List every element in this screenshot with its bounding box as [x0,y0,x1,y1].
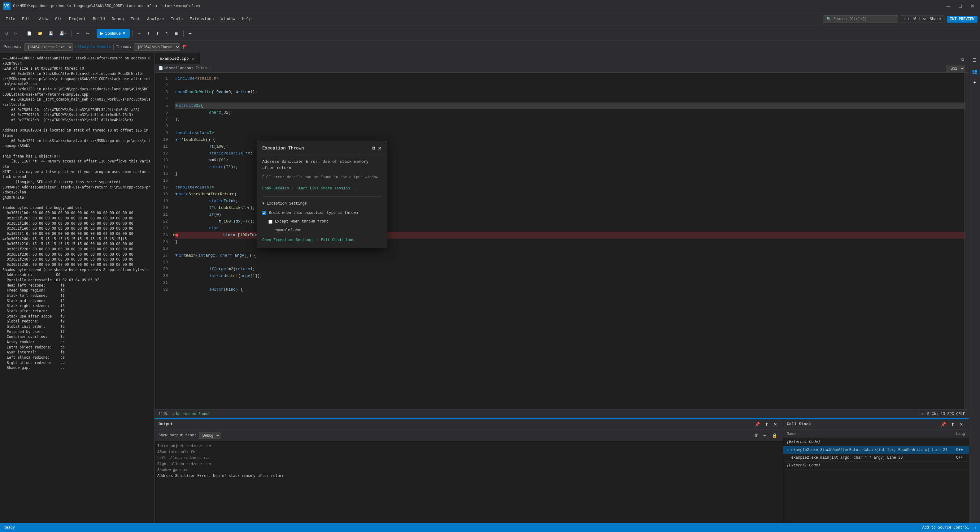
exception-title: Exception Thrown [262,145,304,152]
terminal-output: ==13464==ERROR: AddressSanitizer: stack-… [3,56,152,370]
break-checkbox-label: Break when this exception type is thrown [269,210,358,216]
code-line-5: ▼struct S32 { [175,102,964,109]
menu-item-view[interactable]: View [35,15,51,23]
live-share-session-link[interactable]: Start Live Share session... [296,185,356,192]
edit-conditions-link[interactable]: Edit Conditions [321,237,354,243]
nav-back-btn[interactable]: ◁ [3,29,10,38]
break-checkbox[interactable] [262,211,266,215]
frame-arrow: ◈ [787,448,791,452]
save-btn[interactable]: 💾 [46,29,56,38]
code-line-32: switch(kind) { [175,286,964,293]
code-line-31 [175,279,964,286]
close-btn[interactable]: ✕ [968,2,977,11]
maximize-btn[interactable]: □ [956,2,964,11]
redo-btn[interactable]: ↪ [83,29,91,38]
stop-btn[interactable]: ⏹ [172,29,181,38]
callstack-row-0[interactable]: [External Code] [783,438,969,446]
menu-item-edit[interactable]: Edit [19,15,35,23]
code-line-3: enum ReadOrWrite { Read = 0, Write = 1 }… [175,89,964,95]
menu-item-git[interactable]: Git [52,15,65,23]
menu-item-tools[interactable]: Tools [168,15,186,23]
output-error-line: Address Sanitizer Error: Use of stack me… [157,473,780,479]
thread-select[interactable]: [30264] Main Thread [134,43,180,51]
step-into-btn[interactable]: ⬇ [144,29,152,38]
breadcrumb-path[interactable]: Miscellaneous Files [164,66,207,71]
callstack-pin-btn[interactable]: 📌 [939,421,948,427]
output-clear-btn[interactable]: 🗑 [752,432,760,438]
solution-explorer-btn[interactable]: ☰ [970,56,979,64]
sep [113,44,114,50]
frame-lang-2: C++ [953,454,969,462]
int-preview-btn[interactable]: INT PREVIEW [947,16,977,22]
live-share-btn[interactable]: ⚡ ⚡ 16 Live Share [901,15,944,23]
output-maximize-btn[interactable]: ⬆ [763,421,770,427]
search-box[interactable]: 🔍 Search (Ctrl+Q) [823,15,898,23]
tab-example2[interactable]: example2.cpp ✕ [155,53,200,64]
menu-item-project[interactable]: Project [66,15,89,23]
code-line-6: char x[32]; [175,109,964,116]
menu-item-debug[interactable]: Debug [109,15,127,23]
menu-item-analyze[interactable]: Analyze [144,15,167,23]
except-checkbox[interactable] [269,220,272,224]
add-source-control[interactable]: Add to Source Control [923,526,969,530]
callstack-row-3[interactable]: [External Code] [783,462,969,470]
callstack-row-1[interactable]: ◈ example2.exe!StackUseAfterReturn<char>… [783,446,969,454]
tab-close-btn[interactable]: ✕ [191,56,195,62]
continue-btn[interactable]: ▶ Continue ▼ [97,29,130,38]
editor-status-bar: 111% ✓ No issues found Ln: 5 Ch: 13 SPC … [155,410,969,418]
except-checkbox-label: Except when thrown from: [275,218,329,225]
callstack-maximize-btn[interactable]: ⬆ [949,421,956,427]
callstack-close-btn[interactable]: ✕ [958,421,965,427]
right-sidebar: ☰ 👥 + [969,53,980,523]
editor-scrollbar[interactable] [964,73,969,410]
show-next-stmt-btn[interactable]: ➡ [186,29,194,38]
add-btn[interactable]: + [970,78,979,87]
frame-name-0: [External Code] [783,438,953,446]
editor-split-btn[interactable]: ⧉ [959,55,966,64]
menu-item-file[interactable]: File [3,15,18,23]
menu-item-help[interactable]: Help [239,15,255,23]
code-line-4 [175,95,964,102]
restart-btn[interactable]: ↻ [163,29,171,38]
team-explorer-btn[interactable]: 👥 [970,67,979,76]
breadcrumb-sep: › [209,66,212,71]
copy-details-link[interactable]: Copy Details [262,185,289,192]
new-file-btn[interactable]: 📄 [24,29,34,38]
exception-pin-btn[interactable]: ⧉ [372,146,375,151]
menu-item-test[interactable]: Test [127,15,143,23]
break-checkbox-row: Break when this exception type is thrown [262,210,382,216]
bottom-panels: Output 📌 ⬆ ✕ Show output from: Debug 🗑 ↵ [155,418,969,523]
output-close-btn[interactable]: ✕ [772,421,779,427]
step-over-btn[interactable]: ⤻ [135,29,143,38]
exe-label: example2.exe [275,227,301,233]
callstack-row-2[interactable]: example2.exe!main(int argc, char * * arg… [783,454,969,462]
output-word-wrap-btn[interactable]: ↵ [761,432,769,438]
editor-area: example2.cpp ✕ ⧉ 📄 Miscellaneous Files ›… [155,53,969,523]
code-content[interactable]: #include <stdlib.h> enum ReadOrWrite { R… [170,73,964,410]
menu-item-window[interactable]: Window [218,15,239,23]
exception-close-btn[interactable]: ✕ [378,146,382,151]
output-panel-header: Output 📌 ⬆ ✕ [155,419,783,430]
output-line: Right alloca redzone: cb [157,461,780,467]
panel-controls: 📌 ⬆ ✕ [753,421,779,427]
menu-item-build[interactable]: Build [90,15,108,23]
menu-item-extensions[interactable]: Extensions [187,15,217,23]
output-lock-btn[interactable]: 🔒 [770,432,779,438]
frame-lang-0 [953,438,969,446]
process-select[interactable]: [13464] example2.exe [24,43,73,51]
exception-body: Address Sanitizer Error: Use of stack me… [257,154,387,248]
status-ready: Ready [4,526,15,530]
open-exception-settings-link[interactable]: Open Exception Settings [262,237,313,243]
undo-btn[interactable]: ↩ [74,29,82,38]
nav-forward-btn[interactable]: ▷ [11,29,19,38]
step-out-btn[interactable]: ⬆ [154,29,162,38]
status-right: Add to Source Control ⬆ [923,526,976,530]
current-line-arrow: ➤ [173,232,175,238]
open-file-btn[interactable]: 📁 [35,29,45,38]
minimize-btn[interactable]: ─ [944,2,953,11]
output-source-select[interactable]: Debug [199,432,220,439]
platform-select[interactable]: S32 [947,65,965,72]
output-pin-btn[interactable]: 📌 [753,421,762,427]
thread-label: Thread: [116,45,132,49]
save-all-btn[interactable]: 💾+ [57,29,69,38]
